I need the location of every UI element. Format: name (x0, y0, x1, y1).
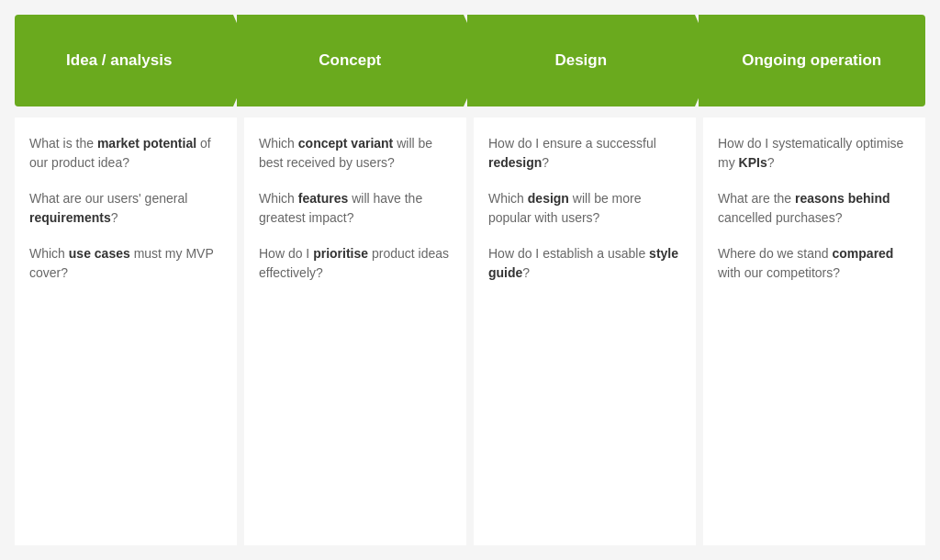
bold-compared: compared (833, 246, 894, 261)
main-container: Idea / analysis Concept Design Ongoing o… (0, 0, 940, 560)
content-col3-p1: How do I ensure a successful redesign? (488, 134, 681, 173)
content-col1-p2: What are our users' general requirements… (29, 189, 222, 228)
bold-kpis: KPIs (739, 155, 767, 170)
header-label-3: Design (554, 50, 607, 71)
header-col-1: Idea / analysis (15, 15, 233, 106)
header-col-4: Ongoing operation (699, 15, 926, 106)
bold-concept-variant: concept variant (298, 136, 393, 151)
header-col-3: Design (467, 15, 695, 106)
bold-requirements: requirements (29, 210, 111, 225)
bold-redesign: redesign (488, 155, 542, 170)
header-col-2: Concept (237, 15, 464, 106)
content-col-1: What is the market potential of our prod… (15, 118, 237, 545)
bold-use-cases: use cases (69, 246, 130, 261)
content-col1-p3: Which use cases must my MVP cover? (29, 244, 222, 283)
content-col-4: How do I systematically optimise my KPIs… (703, 118, 925, 545)
content-col3-p3: How do I establish a usable style guide? (488, 244, 681, 283)
bold-prioritise: prioritise (313, 246, 368, 261)
header-label-2: Concept (319, 50, 381, 71)
header-label-1: Idea / analysis (66, 50, 172, 71)
bold-style-guide: style guide (488, 246, 678, 280)
content-col1-p1: What is the market potential of our prod… (29, 134, 222, 173)
header-label-4: Ongoing operation (742, 50, 881, 71)
content-col-2: Which concept variant will be best recei… (244, 118, 466, 545)
content-col3-p2: Which design will be more popular with u… (488, 189, 681, 228)
content-col4-p2: What are the reasons behind cancelled pu… (718, 189, 911, 228)
content-col2-p3: How do I prioritise product ideas effect… (259, 244, 452, 283)
bold-features: features (298, 191, 348, 206)
content-col-3: How do I ensure a successful redesign? W… (474, 118, 696, 545)
content-col2-p2: Which features will have the greatest im… (259, 189, 452, 228)
content-col4-p3: Where do we stand compared with our comp… (718, 244, 911, 283)
bold-design: design (528, 191, 569, 206)
bold-market-potential: market potential (97, 136, 196, 151)
header-row: Idea / analysis Concept Design Ongoing o… (15, 15, 925, 106)
content-col4-p1: How do I systematically optimise my KPIs… (718, 134, 911, 173)
bold-reasons-behind: reasons behind (795, 191, 890, 206)
content-col2-p1: Which concept variant will be best recei… (259, 134, 452, 173)
content-row: What is the market potential of our prod… (15, 118, 925, 545)
